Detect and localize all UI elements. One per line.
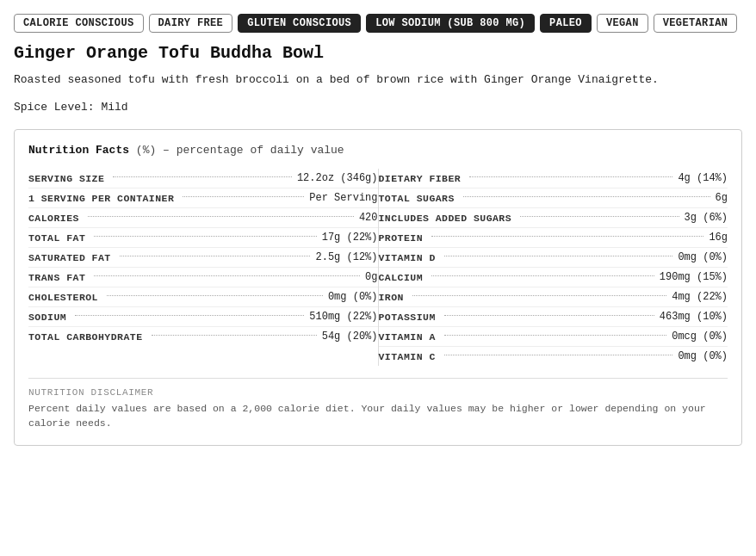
nut-label: TOTAL SUGARS	[379, 193, 455, 204]
nut-label: CALCIUM	[379, 272, 424, 283]
nut-label: IRON	[379, 292, 404, 303]
nut-label: SERVING SIZE	[28, 173, 104, 184]
nut-dots	[75, 315, 304, 316]
nut-row: 1 SERVING PER CONTAINERPer Serving	[28, 188, 378, 208]
nut-value: 2.5g (12%)	[315, 251, 377, 263]
nut-label: TRANS FAT	[28, 272, 85, 283]
nut-row: TOTAL SUGARS6g	[379, 188, 728, 208]
nut-row: INCLUDES ADDED SUGARS3g (6%)	[379, 208, 728, 228]
nutrition-header: Nutrition Facts (%) – percentage of dail…	[28, 144, 728, 157]
nut-row: TRANS FAT0g	[28, 268, 378, 287]
nut-value: 4mg (22%)	[672, 291, 728, 303]
disclaimer-title: NUTRITION DISCLAIMER	[28, 387, 728, 398]
nut-row: PROTEIN16g	[379, 228, 728, 248]
nut-dots	[107, 295, 323, 296]
tag-paleo[interactable]: PALEO	[540, 14, 592, 33]
nut-dots	[444, 355, 673, 355]
spice-value: Mild	[101, 101, 127, 114]
nut-row: POTASSIUM463mg (10%)	[379, 307, 728, 327]
nut-row: VITAMIN A0mcg (0%)	[379, 327, 728, 347]
nut-row: CALORIES420	[28, 208, 378, 228]
nut-value: 0mg (0%)	[678, 251, 728, 263]
nut-row: VITAMIN C0mg (0%)	[379, 347, 728, 366]
nut-row: TOTAL CARBOHYDRATE54g (20%)	[28, 327, 378, 346]
nut-value: 463mg (10%)	[660, 311, 728, 323]
nut-dots	[88, 216, 354, 217]
nut-row: IRON4mg (22%)	[379, 287, 728, 307]
nut-dots	[463, 196, 710, 197]
nut-value: 0mg (0%)	[328, 291, 378, 303]
nut-label: VITAMIN D	[379, 252, 436, 263]
nut-label: DIETARY FIBER	[379, 173, 462, 184]
nut-value: 16g	[709, 232, 728, 244]
nut-value: 3g (6%)	[685, 212, 728, 224]
nut-dots	[444, 315, 654, 316]
nut-row: VITAMIN D0mg (0%)	[379, 248, 728, 268]
nut-label: SATURATED FAT	[28, 252, 111, 263]
disclaimer-section: NUTRITION DISCLAIMER Percent daily value…	[28, 378, 728, 431]
nut-dots	[412, 295, 666, 296]
nutrition-left-col: SERVING SIZE12.2oz (346g)1 SERVING PER C…	[28, 169, 378, 366]
nut-value: 54g (20%)	[322, 331, 378, 343]
nut-dots	[183, 196, 304, 197]
nut-value: 4g (14%)	[678, 172, 728, 184]
right-rows: DIETARY FIBER4g (14%)TOTAL SUGARS6gINCLU…	[379, 169, 728, 366]
nut-value: 0g	[365, 271, 377, 283]
tag-vegan[interactable]: VEGAN	[597, 14, 648, 33]
tag-dairy-free[interactable]: DAIRY FREE	[149, 14, 233, 33]
nutrition-header-bold: Nutrition Facts	[28, 144, 129, 157]
nut-label: CALORIES	[28, 213, 79, 224]
spice-label: Spice Level:	[14, 101, 95, 114]
nut-label: CHOLESTEROL	[28, 292, 98, 303]
nut-row: DIETARY FIBER4g (14%)	[379, 169, 728, 188]
dish-description: Roasted seasoned tofu with fresh broccol…	[14, 71, 742, 89]
tag-low-sodium[interactable]: LOW SODIUM (SUB 800 MG)	[366, 14, 535, 33]
nutrition-header-rest: (%) – percentage of daily value	[129, 144, 344, 157]
nut-dots	[152, 335, 317, 336]
nut-dots	[94, 236, 316, 237]
nut-value: 6g	[716, 192, 728, 204]
nut-dots	[469, 176, 672, 177]
nut-label: INCLUDES ADDED SUGARS	[379, 213, 512, 224]
nut-label: 1 SERVING PER CONTAINER	[28, 193, 174, 204]
nut-label: SODIUM	[28, 312, 66, 323]
nut-dots	[520, 216, 679, 217]
nut-label: POTASSIUM	[379, 312, 436, 323]
nut-value: 0mg (0%)	[678, 350, 728, 362]
nut-row: SODIUM510mg (22%)	[28, 307, 378, 327]
nut-row: CALCIUM190mg (15%)	[379, 268, 728, 287]
tag-calorie-conscious[interactable]: CALORIE CONSCIOUS	[14, 14, 144, 33]
tag-gluten-conscious[interactable]: GLUTEN CONSCIOUS	[238, 14, 361, 33]
nut-row: SERVING SIZE12.2oz (346g)	[28, 169, 378, 188]
nut-dots	[94, 275, 360, 276]
nutrition-panel: Nutrition Facts (%) – percentage of dail…	[14, 129, 742, 446]
nut-dots	[431, 275, 654, 276]
left-rows: SERVING SIZE12.2oz (346g)1 SERVING PER C…	[28, 169, 378, 346]
nut-dots	[120, 256, 311, 256]
nut-label: VITAMIN A	[379, 331, 436, 343]
nut-value: 17g (22%)	[322, 232, 378, 244]
nut-label: TOTAL CARBOHYDRATE	[28, 331, 143, 343]
tag-list: CALORIE CONSCIOUSDAIRY FREEGLUTEN CONSCI…	[14, 14, 742, 33]
nut-label: VITAMIN C	[379, 351, 436, 362]
nut-value: 510mg (22%)	[309, 311, 377, 323]
nutrition-table: SERVING SIZE12.2oz (346g)1 SERVING PER C…	[28, 169, 728, 366]
nut-row: SATURATED FAT2.5g (12%)	[28, 248, 378, 268]
nut-label: PROTEIN	[379, 232, 424, 244]
nut-value: Per Serving	[309, 192, 377, 204]
nut-row: CHOLESTEROL0mg (0%)	[28, 287, 378, 307]
nut-value: 190mg (15%)	[660, 271, 728, 283]
nut-dots	[431, 236, 703, 237]
nut-dots	[113, 176, 292, 177]
nut-label: TOTAL FAT	[28, 232, 85, 244]
disclaimer-text: Percent daily values are based on a 2,00…	[28, 401, 728, 431]
nut-row: TOTAL FAT17g (22%)	[28, 228, 378, 248]
dish-title: Ginger Orange Tofu Buddha Bowl	[14, 43, 742, 63]
tag-vegetarian[interactable]: VEGETARIAN	[654, 14, 738, 33]
spice-level: Spice Level: Mild	[14, 101, 742, 114]
nut-dots	[444, 335, 666, 336]
nut-dots	[444, 256, 673, 256]
nutrition-right-col: DIETARY FIBER4g (14%)TOTAL SUGARS6gINCLU…	[378, 169, 728, 366]
nut-value: 420	[359, 212, 378, 224]
nut-value: 12.2oz (346g)	[297, 172, 378, 184]
